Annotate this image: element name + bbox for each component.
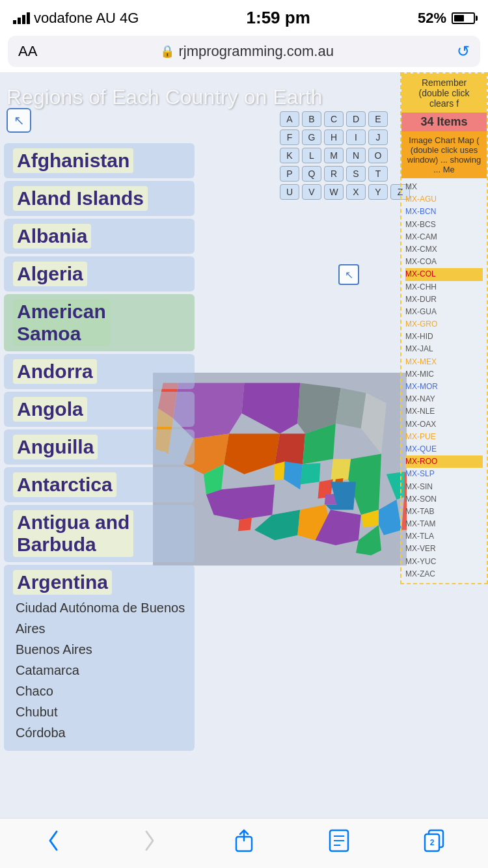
code-mx-mic[interactable]: MX-MIC bbox=[405, 368, 483, 381]
code-mx-zac[interactable]: MX-ZAC bbox=[405, 568, 483, 580]
alpha-btn-f[interactable]: F bbox=[280, 129, 299, 145]
region-chaco[interactable]: Chaco bbox=[16, 681, 185, 701]
alpha-btn-c[interactable]: C bbox=[324, 111, 344, 127]
code-mx-gua[interactable]: MX-GUA bbox=[405, 306, 483, 318]
country-albania[interactable]: Albania bbox=[4, 219, 195, 254]
country-american-samoa[interactable]: AmericanSamoa bbox=[4, 294, 195, 351]
code-mx-coa[interactable]: MX-COA bbox=[405, 256, 483, 268]
code-mx-sin[interactable]: MX-SIN bbox=[405, 481, 483, 493]
region-cordoba[interactable]: Córdoba bbox=[16, 722, 185, 743]
country-aland-islands[interactable]: Aland Islands bbox=[4, 181, 195, 216]
code-mx-chh[interactable]: MX-CHH bbox=[405, 281, 483, 293]
text-size-button[interactable]: AA bbox=[18, 43, 37, 60]
country-anguilla[interactable]: Anguilla bbox=[4, 429, 195, 465]
alpha-row-5: U V W X Y Z bbox=[280, 184, 410, 200]
code-mx-col[interactable]: MX-COL bbox=[405, 268, 483, 280]
code-mx[interactable]: MX bbox=[405, 181, 483, 193]
status-bar: vodafone AU 4G 1:59 pm 52% bbox=[0, 0, 488, 33]
country-name: Andorra bbox=[13, 359, 97, 384]
country-andorra[interactable]: Andorra bbox=[4, 354, 195, 389]
alpha-btn-x[interactable]: X bbox=[346, 184, 366, 200]
mx-nle-region[interactable] bbox=[336, 388, 366, 428]
alpha-btn-e[interactable]: E bbox=[368, 111, 388, 127]
alpha-btn-m[interactable]: M bbox=[324, 148, 344, 163]
url-bar[interactable]: 🔒 rjmprogramming.com.au bbox=[160, 43, 333, 60]
region-catamarca[interactable]: Catamarca bbox=[16, 660, 185, 681]
alpha-btn-b[interactable]: B bbox=[302, 111, 321, 127]
country-afghanistan[interactable]: Afghanistan bbox=[4, 143, 195, 178]
right-panel: Remember (double click clears f 34 Items… bbox=[400, 72, 488, 584]
alpha-btn-j[interactable]: J bbox=[368, 129, 388, 145]
code-mx-gro[interactable]: MX-GRO bbox=[405, 318, 483, 331]
region-buenos-aires[interactable]: Buenos Aires bbox=[16, 639, 185, 660]
code-mx-yuc[interactable]: MX-YUC bbox=[405, 556, 483, 568]
code-mx-bcn[interactable]: MX-BCN bbox=[405, 206, 483, 218]
alpha-btn-u[interactable]: U bbox=[280, 184, 299, 200]
alpha-btn-p[interactable]: P bbox=[280, 166, 299, 182]
code-mx-nle[interactable]: MX-NLE bbox=[405, 405, 483, 418]
code-mx-mex[interactable]: MX-MEX bbox=[405, 356, 483, 368]
alpha-row-1: A B C D E bbox=[280, 111, 410, 127]
lock-icon: 🔒 bbox=[160, 44, 174, 59]
alpha-btn-d[interactable]: D bbox=[346, 111, 366, 127]
scroll-bottom-icon[interactable]: ↖ bbox=[338, 264, 359, 285]
alpha-btn-a[interactable]: A bbox=[280, 111, 299, 127]
remember-box: Remember (double click clears f bbox=[401, 74, 487, 113]
alpha-btn-i[interactable]: I bbox=[346, 129, 366, 145]
code-mx-tam[interactable]: MX-TAM bbox=[405, 518, 483, 530]
alpha-btn-w[interactable]: W bbox=[324, 184, 344, 200]
country-antarctica[interactable]: Antarctica bbox=[4, 467, 195, 502]
country-angola[interactable]: Angola bbox=[4, 392, 195, 427]
alpha-index: A B C D E F G H I J K L M N O P Q R S T bbox=[280, 111, 410, 202]
alpha-btn-r[interactable]: R bbox=[324, 166, 344, 182]
code-mx-que[interactable]: MX-QUE bbox=[405, 443, 483, 455]
reload-button[interactable]: ↺ bbox=[457, 42, 470, 61]
url-text[interactable]: rjmprogramming.com.au bbox=[178, 43, 333, 60]
scroll-top-icon[interactable] bbox=[7, 108, 31, 133]
region-buenos-aires-city[interactable]: Ciudad Autónoma de Buenos Aires bbox=[16, 597, 185, 639]
country-argentina[interactable]: Argentina Ciudad Autónoma de Buenos Aire… bbox=[4, 565, 195, 751]
mx-que-region[interactable] bbox=[300, 463, 320, 485]
code-mx-hid[interactable]: MX-HID bbox=[405, 331, 483, 343]
code-mx-son[interactable]: MX-SON bbox=[405, 493, 483, 506]
country-name: Anguilla bbox=[13, 435, 98, 459]
alpha-btn-n[interactable]: N bbox=[346, 148, 366, 163]
alpha-btn-v[interactable]: V bbox=[302, 184, 321, 200]
alpha-btn-g[interactable]: G bbox=[302, 129, 321, 145]
alpha-btn-o[interactable]: O bbox=[368, 148, 388, 163]
alpha-btn-s[interactable]: S bbox=[346, 166, 366, 182]
country-antigua-barbuda[interactable]: Antigua andBarbuda bbox=[4, 505, 195, 562]
mx-zac-region[interactable] bbox=[275, 433, 305, 464]
alpha-btn-k[interactable]: K bbox=[280, 148, 299, 163]
alpha-btn-q[interactable]: Q bbox=[302, 166, 321, 182]
alpha-btn-h[interactable]: H bbox=[324, 129, 344, 145]
mx-agu-region[interactable] bbox=[274, 461, 285, 480]
country-name: Angola bbox=[13, 397, 87, 422]
alpha-btn-y[interactable]: Y bbox=[368, 184, 388, 200]
code-mx-ver[interactable]: MX-VER bbox=[405, 543, 483, 555]
alpha-row-4: P Q R S T bbox=[280, 166, 410, 182]
country-name: Antigua andBarbuda bbox=[13, 510, 133, 557]
code-mx-mor[interactable]: MX-MOR bbox=[405, 381, 483, 393]
alpha-btn-l[interactable]: L bbox=[302, 148, 321, 163]
code-mx-nay[interactable]: MX-NAY bbox=[405, 393, 483, 405]
code-mx-tla[interactable]: MX-TLA bbox=[405, 530, 483, 543]
code-mx-cam[interactable]: MX-CAM bbox=[405, 231, 483, 243]
code-mx-cmx[interactable]: MX-CMX bbox=[405, 243, 483, 256]
code-mx-tab[interactable]: MX-TAB bbox=[405, 506, 483, 518]
code-mx-roo[interactable]: MX-ROO bbox=[405, 455, 483, 468]
code-mx-dur[interactable]: MX-DUR bbox=[405, 293, 483, 306]
code-mx-agu[interactable]: MX-AGU bbox=[405, 193, 483, 206]
mx-hid-region[interactable] bbox=[331, 459, 351, 481]
code-mx-oax[interactable]: MX-OAX bbox=[405, 418, 483, 431]
code-mx-jal[interactable]: MX-JAL bbox=[405, 343, 483, 355]
status-time: 1:59 pm bbox=[247, 8, 310, 28]
code-mx-pue[interactable]: MX-PUE bbox=[405, 431, 483, 443]
region-chubut[interactable]: Chubut bbox=[16, 701, 185, 722]
browser-bar[interactable]: AA 🔒 rjmprogramming.com.au ↺ bbox=[8, 36, 480, 67]
country-algeria[interactable]: Algeria bbox=[4, 256, 195, 292]
code-mx-slp[interactable]: MX-SLP bbox=[405, 468, 483, 480]
items-count: 34 Items bbox=[401, 113, 487, 131]
code-mx-bcs[interactable]: MX-BCS bbox=[405, 219, 483, 231]
alpha-btn-t[interactable]: T bbox=[368, 166, 388, 182]
